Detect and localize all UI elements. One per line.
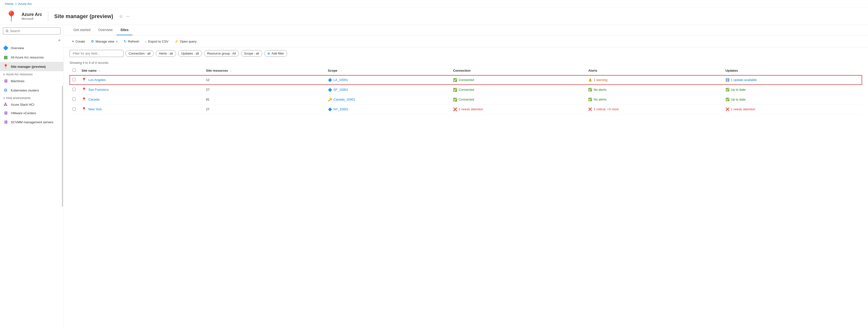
scope-link-new-york[interactable]: 🔷NY_10001 [328, 107, 447, 111]
sidebar-section-label-arc-resources: Azure Arc resources [6, 73, 33, 76]
updates-canada: ✅Up to date [725, 98, 859, 101]
sidebar-item-overview[interactable]: 🔷 Overview [0, 43, 63, 53]
row-site-name: 📍Los Angeles [79, 75, 203, 85]
alerts-san-fransisco: ✅No alerts [588, 88, 719, 92]
site-link-san-fransisco[interactable]: 📍San Fransisco [82, 87, 200, 92]
manage-view-button[interactable]: ⚙ Manage view ∨ [88, 38, 120, 45]
connection-status-new-york[interactable]: ❌1 needs attention [453, 107, 582, 111]
export-icon: ↓ [145, 39, 147, 43]
row-scope: 🔷NY_10001 [325, 104, 450, 114]
tab-overview[interactable]: Overview [94, 25, 116, 35]
sort-icon-scope[interactable]: ↑↓ [339, 69, 342, 72]
k8s-icon: ⚙ [3, 88, 8, 93]
row-alerts: ✅No alerts [585, 95, 722, 104]
scope-icon-los-angeles: 🔷 [328, 78, 332, 82]
sort-icon-site-name[interactable]: ↑↓ [98, 69, 101, 72]
sidebar-item-hci[interactable]: 🖧 Azure Stack HCI [0, 100, 63, 108]
sidebar-item-k8s[interactable]: ⚙ Kubernetes clusters [0, 86, 63, 95]
connected-icon: ✅ [453, 88, 457, 92]
create-icon: + [72, 39, 74, 43]
connection-status-los-angeles: ✅Connected [453, 78, 582, 82]
error-icon: ❌ [588, 107, 592, 111]
create-button[interactable]: + Create [69, 38, 87, 45]
row-checkbox-cell [69, 104, 79, 114]
page-header: 📍 Azure Arc Microsoft Site manager (prev… [0, 8, 868, 25]
sidebar-section-arc-resources[interactable]: ∨ Azure Arc resources [0, 71, 63, 76]
header-page-title: Site manager (preview) [54, 13, 113, 20]
table-row: 📍Los Angeles12🔷LA_10001✅Connected⚠️1 war… [69, 75, 862, 85]
row-checkbox-canada[interactable] [72, 98, 76, 101]
record-count: Showing 4 to 4 of 4 records. [64, 59, 868, 66]
more-icon[interactable]: ··· [126, 14, 129, 19]
sidebar-search-container [0, 25, 63, 37]
sidebar-item-scvmm[interactable]: 🖥 SCVMM management servers [0, 118, 63, 127]
scope-icon-canada: 🔑 [328, 98, 332, 101]
filter-chip-scope[interactable]: Scope : all [241, 50, 262, 57]
scope-link-san-fransisco[interactable]: 🔷SF_10001 [328, 88, 447, 92]
row-checkbox-cell [69, 75, 79, 85]
column-header-updates: Updates [722, 66, 862, 75]
sidebar-item-label-all-resources: All Azure Arc resources [11, 56, 43, 59]
sidebar-item-vmware[interactable]: 🖥 VMware vCenters [0, 108, 63, 118]
ok-icon: ✅ [588, 88, 592, 92]
search-input[interactable] [3, 27, 60, 34]
header-app-name: Azure Arc [22, 12, 42, 17]
sidebar-item-all-resources[interactable]: ▦ All Azure Arc resources [0, 53, 63, 62]
site-link-canada[interactable]: 📍Canada [82, 97, 200, 102]
scope-icon-new-york: 🔷 [328, 107, 332, 111]
sidebar-item-label-k8s: Kubernetes clusters [11, 89, 39, 92]
filter-chip-updates[interactable]: Updates : all [178, 50, 202, 57]
updates-los-angeles[interactable]: ℹ️1 update available [725, 78, 859, 82]
sidebar-collapse-button[interactable]: « [58, 38, 60, 42]
sidebar-item-label-scvmm: SCVMM management servers [11, 120, 53, 124]
sidebar-item-label-vmware: VMware vCenters [11, 111, 36, 115]
header-actions: ☆ ··· [119, 14, 129, 19]
column-header-site-name: Site name ↑↓ [79, 66, 203, 75]
table-row: 📍San Fransisco27🔷SF_10001✅Connected✅No a… [69, 85, 862, 95]
ok-icon: ✅ [725, 98, 730, 101]
filter-chip-connection[interactable]: Connection : all [125, 50, 154, 57]
row-checkbox-san-fransisco[interactable] [72, 88, 76, 91]
export-button[interactable]: ↓ Export to CSV [143, 38, 170, 45]
sidebar: « 🔷 Overview ▦ All Azure Arc resources 📍… [0, 25, 64, 328]
select-all-checkbox[interactable] [72, 68, 76, 72]
filter-input[interactable] [69, 50, 123, 57]
row-checkbox-new-york[interactable] [72, 107, 76, 110]
filter-chip-resource-group[interactable]: Resource group : All [204, 50, 239, 57]
sidebar-item-label-machines: Machines [11, 79, 25, 83]
tabs-container: Get started Overview Sites [64, 25, 868, 35]
row-updates: ❌1 needs attention [722, 104, 862, 114]
refresh-icon: ↻ [124, 39, 127, 43]
sidebar-item-machines[interactable]: 🖥 Machines [0, 76, 63, 86]
sidebar-section-host-environments[interactable]: ∨ Host environments [0, 95, 63, 100]
sidebar-item-site-manager[interactable]: 📍 Site manager (preview) [0, 62, 63, 71]
alerts-los-angeles[interactable]: ⚠️1 warning [588, 78, 719, 82]
column-header-scope: Scope ↑↓ [325, 66, 450, 75]
machines-icon: 🖥 [3, 78, 8, 84]
refresh-button[interactable]: ↻ Refresh [121, 38, 142, 45]
scope-link-canada[interactable]: 🔑Canada_10001 [328, 98, 447, 101]
pin-icon[interactable]: ☆ [119, 14, 123, 19]
updates-new-york[interactable]: ❌1 needs attention [725, 107, 859, 111]
ok-icon: ✅ [588, 98, 592, 101]
filter-chip-alerts[interactable]: Alerts : all [156, 50, 176, 57]
table-row: 📍New York27🔷NY_10001❌1 needs attention❌2… [69, 104, 862, 114]
add-filter-button[interactable]: ⊕ Add filter [264, 50, 287, 57]
tab-get-started[interactable]: Get started [69, 25, 94, 35]
open-query-button[interactable]: ⚡ Open query [172, 38, 199, 45]
row-checkbox-los-angeles[interactable] [72, 78, 76, 81]
scope-link-los-angeles[interactable]: 🔷LA_10001 [328, 78, 447, 82]
error-icon: ❌ [725, 107, 730, 111]
row-connection: ✅Connected [450, 95, 585, 104]
sort-icon-site-resources[interactable]: ↑↓ [230, 69, 232, 72]
breadcrumb-home[interactable]: Home [5, 2, 13, 6]
alerts-new-york[interactable]: ❌2 critical, +3 more [588, 107, 719, 111]
breadcrumb-current[interactable]: Azure Arc [18, 2, 32, 6]
site-link-new-york[interactable]: 📍New York [82, 107, 200, 111]
host-env-chevron-icon: ∨ [3, 96, 5, 100]
sidebar-item-label-overview: Overview [11, 46, 24, 50]
site-link-los-angeles[interactable]: 📍Los Angeles [82, 77, 200, 82]
tab-sites[interactable]: Sites [117, 25, 132, 35]
row-checkbox-cell [69, 95, 79, 104]
create-label: Create [75, 40, 85, 43]
